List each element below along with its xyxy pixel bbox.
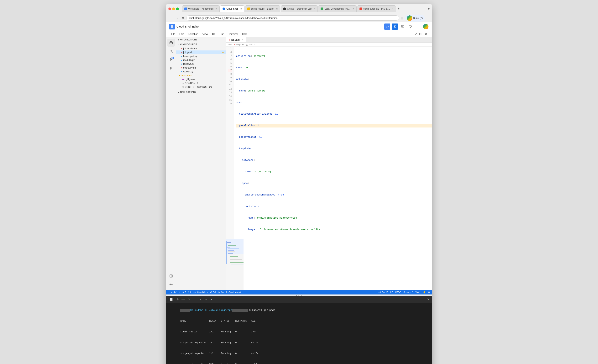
tab-workloads[interactable]: Workloads – Kubernetes ✕ — [182, 5, 220, 12]
file-readzlib[interactable]: ● readZlib.py — [176, 58, 226, 62]
settings-sidebar-button[interactable] — [167, 281, 175, 288]
tab-local[interactable]: Local Development (mi… ✕ — [318, 5, 357, 12]
menu-file[interactable]: File — [169, 32, 177, 36]
explorer-button[interactable] — [167, 39, 175, 47]
tab-local-close[interactable]: ✕ — [352, 8, 354, 10]
file-job-yaml[interactable]: ■ job.yaml M — [176, 50, 226, 54]
yaml-icon-2: ■ — [181, 66, 182, 69]
menu-help[interactable]: Help — [240, 32, 249, 36]
tab-list-button[interactable]: ▾ — [428, 7, 430, 11]
refresh-icon: ↻ — [179, 291, 180, 294]
spaces[interactable]: Spaces: 2 — [403, 291, 413, 293]
terminal-body[interactable]: @cloudshell:~/cloud-surge/ops $ kubectl … — [166, 303, 432, 364]
back-button[interactable]: ← — [168, 16, 173, 21]
file-secrets[interactable]: ■ secrets.yaml — [176, 66, 226, 70]
file-conduct[interactable]: □ CODE_OF_CONDUCT.md — [176, 85, 226, 89]
terminal-tab-1-close[interactable]: ✕ — [187, 298, 191, 301]
tab-iam[interactable]: cloud-surge-sa – IAM &… ✕ — [357, 5, 396, 12]
file-icon-1: □ — [182, 82, 184, 84]
tab-cloud-shell-close[interactable]: ✕ — [240, 8, 242, 10]
tab-workloads-close[interactable]: ✕ — [215, 8, 217, 10]
tab-github-close[interactable]: ✕ — [314, 8, 315, 10]
tab-bucket-close[interactable]: ✕ — [276, 8, 278, 10]
tab-cloud-shell[interactable]: Cloud Shell ✕ — [220, 5, 244, 12]
file-worker[interactable]: ● worker.py — [176, 70, 226, 74]
language-mode[interactable]: YAML — [415, 291, 421, 293]
new-tab-button[interactable]: + — [396, 7, 401, 11]
cloud-surge-header[interactable]: ▾ CLOUD-SURGE — [176, 42, 226, 47]
refresh-button[interactable]: ↻ — [181, 15, 185, 21]
layout-icon[interactable]: ▦ — [428, 291, 430, 294]
menu-edit[interactable]: Edit — [177, 32, 185, 36]
terminal-panel-icon[interactable]: ⬜ — [168, 298, 174, 301]
new-terminal-button[interactable]: + — [204, 298, 208, 301]
source-control-icon[interactable]: ⎇ — [414, 33, 417, 36]
terminal-icon[interactable] — [392, 24, 398, 30]
file-launchpad[interactable]: ● launchpad.py — [176, 54, 226, 58]
file-job-local[interactable]: ■ job.local.yaml — [176, 47, 226, 50]
source-control-button[interactable]: 2 — [167, 56, 175, 64]
terminal-settings-icon[interactable]: ⚙ — [175, 298, 180, 301]
terminal-resize-handle[interactable]: • • • — [166, 294, 432, 296]
menu-selection[interactable]: Selection — [186, 32, 200, 36]
extensions-button[interactable] — [167, 272, 175, 280]
menu-terminal[interactable]: Terminal — [227, 32, 240, 36]
minimize-button[interactable] — [172, 8, 175, 10]
more-actions-button[interactable]: ⋮ — [415, 24, 421, 30]
sync-icon[interactable]: ↻ — [179, 291, 180, 294]
screen-cast-icon[interactable]: ⬜ — [400, 17, 403, 19]
svg-rect-32 — [230, 262, 243, 263]
file-citation[interactable]: □ CITATION.cff — [176, 81, 226, 85]
maximize-button[interactable] — [176, 8, 179, 10]
svg-rect-28 — [230, 256, 238, 257]
settings-icon[interactable]: ⚙ — [419, 32, 422, 36]
close-editor-button[interactable]: ✕ — [423, 31, 429, 37]
code-area[interactable]: 12345 678910 111213141516 apiVersion: ba… — [226, 47, 432, 239]
project-selector[interactable]: ⇄ Select a Google Cloud project — [210, 291, 241, 294]
url-input[interactable]: shell.cloud.google.com/?hl=en_US&fromclo… — [186, 15, 399, 21]
browser-menu-button[interactable]: ⋮ — [426, 16, 430, 20]
terminal-tab-1[interactable] — [182, 299, 185, 300]
cloud-surge-label: CLOUD-SURGE — [180, 43, 197, 45]
svg-rect-7 — [170, 42, 172, 44]
cloud-code-indicator[interactable]: </> Cloud Code — [193, 291, 208, 293]
charset[interactable]: UTF-8 — [395, 291, 401, 293]
open-editors-header[interactable]: ▸ OPEN EDITORS — [176, 37, 226, 42]
file-citation-label: CITATION.cff — [185, 82, 198, 84]
editor-tab-job-yaml[interactable]: ■ job.yaml ✕ — [226, 37, 246, 42]
encoding-label: LF — [390, 291, 393, 293]
menu-run[interactable]: Run — [218, 32, 226, 36]
run-debug-button[interactable] — [167, 64, 175, 72]
terminal-split-icon[interactable]: ▾ — [210, 298, 213, 301]
encoding[interactable]: LF — [390, 291, 393, 293]
branch-indicator[interactable]: ⎇ main* — [168, 291, 177, 294]
close-button[interactable] — [168, 8, 171, 10]
file-readzlib-label: readZlib.py — [183, 59, 195, 61]
terminal-close-button[interactable]: ✕ — [427, 298, 430, 301]
file-gitignore[interactable]: ◆ .gitignore — [176, 77, 226, 81]
forward-button[interactable]: → — [174, 16, 179, 21]
editor-tab-close[interactable]: ✕ — [242, 39, 243, 41]
folder-resources[interactable]: ▸ resources — [176, 74, 226, 77]
tab-iam-close[interactable]: ✕ — [392, 8, 393, 10]
code-editor-icon[interactable] — [384, 24, 390, 30]
menu-view[interactable]: View — [200, 32, 210, 36]
py-icon-4: ● — [181, 70, 182, 73]
npm-scripts-header[interactable]: ▸ NPM SCRIPTS — [176, 90, 226, 94]
file-rediswq[interactable]: ● rediswq.py — [176, 62, 226, 66]
error-count[interactable]: ✕ 0 ⚠ 0 — [182, 291, 191, 294]
preview-icon[interactable] — [399, 24, 406, 30]
tab-github[interactable]: GitHub – Steinbeck-Lab ✕ — [281, 5, 318, 12]
file-gitignore-label: .gitignore — [185, 78, 195, 81]
code-line-2: kind: Job — [236, 66, 432, 70]
line-col[interactable]: Ln 8, Col 19 — [377, 291, 388, 293]
menu-go[interactable]: Go — [210, 32, 217, 36]
tab-bucket[interactable]: surge-results – Bucket ✕ — [245, 5, 280, 12]
search-button[interactable] — [167, 47, 175, 55]
code-line-16: image: nfdi4chem/cheminformatics-microse… — [236, 228, 432, 232]
screen-icon[interactable] — [407, 24, 414, 30]
terminal-tab-2[interactable] — [193, 299, 197, 300]
notifications-icon[interactable]: 🔔 — [423, 291, 426, 294]
terminal-tab-2-close[interactable]: ✕ — [198, 298, 203, 301]
profile-button[interactable]: Guest (2) — [405, 15, 425, 22]
